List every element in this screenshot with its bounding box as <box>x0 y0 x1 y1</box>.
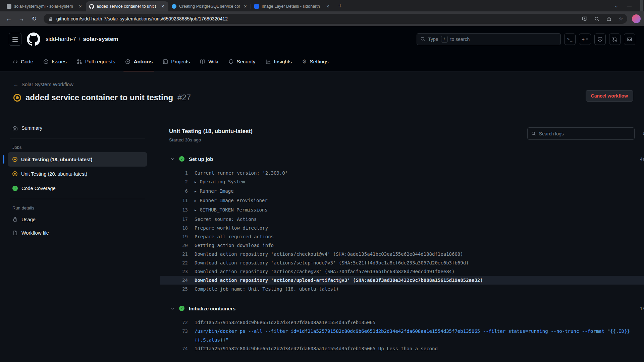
triangle-right-icon: ▶ <box>195 206 196 215</box>
log-line-number[interactable]: 18 <box>160 224 188 232</box>
sidebar-item-usage[interactable]: Usage <box>8 213 147 226</box>
nav-tab-security[interactable]: Security <box>223 52 261 71</box>
tab-list-chevron-icon[interactable]: ⌄ <box>614 3 618 8</box>
triangle-right-icon: ▶ <box>195 187 196 196</box>
log-settings-gear-icon[interactable]: ⚙ <box>642 130 644 138</box>
reload-icon[interactable]: ↻ <box>29 13 40 24</box>
browser-tab[interactable]: Creating PostgreSQL service con × <box>168 1 251 11</box>
divider <box>10 199 145 199</box>
back-icon[interactable]: ← <box>3 13 14 24</box>
nav-tab-insights[interactable]: Insights <box>261 52 297 71</box>
log-line: 18 Prepare workflow directory <box>160 224 644 232</box>
in-progress-icon <box>12 171 17 176</box>
log-line-number[interactable]: 21 <box>160 250 188 258</box>
triangle-right-icon: ▶ <box>195 178 196 186</box>
nav-tab-pull-requests[interactable]: Pull requests <box>72 52 120 71</box>
new-tab-button[interactable]: + <box>335 1 345 11</box>
global-search-input[interactable]: Type / to search <box>417 33 561 45</box>
log-section-header[interactable]: ✓ Initialize containers 13s <box>160 301 644 316</box>
tab-close-icon[interactable]: × <box>160 4 166 9</box>
log-line: 22 Download action repository 'actions/s… <box>160 258 644 267</box>
window-minimize-button[interactable]: — <box>627 3 632 8</box>
log-line-number[interactable]: 1 <box>160 169 188 177</box>
log-line: 17 Secret source: Actions <box>160 215 644 224</box>
code-icon <box>12 59 18 64</box>
nav-tab-code[interactable]: Code <box>7 52 38 71</box>
stopwatch-icon <box>12 217 18 222</box>
sidebar-job-unit-testing-18-ubuntu-latest-[interactable]: Unit Testing (18, ubuntu-latest) <box>8 152 147 167</box>
run-number: #27 <box>177 93 191 102</box>
page-favicon-icon <box>7 4 11 9</box>
log-line-number[interactable]: 74 <box>160 344 188 353</box>
workflow-breadcrumb-link[interactable]: ← Solar System Workflow <box>13 81 73 87</box>
projects-icon <box>163 59 168 64</box>
browser-tab[interactable]: solar-system.yml - solar-system × <box>3 1 86 11</box>
issue-opened-icon <box>597 37 603 42</box>
log-line-number[interactable]: 25 <box>160 285 188 293</box>
log-line: 2 ▶Operating System <box>160 177 644 187</box>
step-duration: 13s <box>640 306 644 311</box>
log-line-number[interactable]: 19 <box>160 232 188 241</box>
install-icon[interactable] <box>580 14 589 23</box>
tab-close-icon[interactable]: × <box>77 4 83 9</box>
log-line-number[interactable]: 20 <box>160 241 188 250</box>
nav-tab-issues[interactable]: Issues <box>38 52 72 71</box>
log-line-number[interactable]: 17 <box>160 215 188 224</box>
cancel-workflow-button[interactable]: Cancel workflow <box>586 90 633 102</box>
browser-tab[interactable]: Image Layer Details - siddharth × <box>251 1 333 11</box>
pull-requests-dashboard-button[interactable] <box>609 34 621 45</box>
log-line-number[interactable]: 6 <box>160 187 188 196</box>
tab-close-icon[interactable]: × <box>325 4 331 9</box>
search-logs-input[interactable] <box>539 131 631 136</box>
log-line-number[interactable]: 23 <box>160 267 188 276</box>
tab-title: Image Layer Details - siddharth <box>262 4 322 9</box>
browser-tab[interactable]: added service container to unit t × <box>86 1 168 11</box>
sidebar-job-code-coverage[interactable]: ✓ Code Coverage <box>8 181 147 195</box>
repo-owner-link[interactable]: sidd-harth-7 <box>46 36 76 43</box>
breadcrumb: sidd-harth-7 / solar-system <box>46 36 118 43</box>
chevron-down-icon <box>170 306 175 311</box>
log-line-number[interactable]: 22 <box>160 258 188 267</box>
search-icon <box>420 37 425 42</box>
github-logo-icon[interactable] <box>27 33 40 46</box>
forward-icon[interactable]: → <box>16 13 27 24</box>
address-bar[interactable]: github.com/sidd-harth-7/solar-system/act… <box>44 14 627 24</box>
create-new-button[interactable]: + <box>579 34 591 45</box>
browser-profile-avatar[interactable] <box>632 14 641 23</box>
share-icon[interactable] <box>604 14 613 23</box>
log-line-number[interactable]: 72 <box>160 318 188 327</box>
nav-tab-actions[interactable]: Actions <box>120 52 158 71</box>
sidebar-item-workflow-file[interactable]: Workflow file <box>8 226 147 240</box>
repo-nav: Code Issues Pull requests Actions Projec… <box>0 52 644 71</box>
log-line: 23 Download action repository 'actions/c… <box>160 267 644 276</box>
issues-dashboard-button[interactable] <box>594 34 606 45</box>
log-line: 21 Download action repository 'actions/c… <box>160 250 644 258</box>
github-favicon-icon <box>89 4 94 9</box>
nav-tab-wiki[interactable]: Wiki <box>195 52 223 71</box>
log-line-number[interactable]: 24 <box>160 276 188 285</box>
success-check-icon: ✓ <box>12 186 18 191</box>
docker-favicon-icon <box>254 4 259 9</box>
tab-close-icon[interactable]: × <box>243 4 248 9</box>
sidebar-job-unit-testing-20-ubuntu-latest-[interactable]: Unit Testing (20, ubuntu-latest) <box>8 167 147 181</box>
log-line-number[interactable]: 2 <box>160 177 188 187</box>
globe-favicon-icon <box>172 4 176 9</box>
command-palette-button[interactable]: >_ <box>564 34 576 45</box>
nav-tab-projects[interactable]: Projects <box>158 52 195 71</box>
zoom-icon[interactable] <box>592 14 601 23</box>
bookmark-star-icon[interactable]: ☆ <box>616 14 625 23</box>
log-line-number[interactable]: 13 <box>160 205 188 215</box>
log-line-number[interactable]: 11 <box>160 196 188 205</box>
run-title: added service container to unit testing <box>25 93 173 102</box>
log-line: 74 1df21a525791582c80dc9b6e651d2b2d34e42… <box>160 344 644 353</box>
inbox-button[interactable] <box>624 34 635 45</box>
sidebar-item-summary[interactable]: Summary <box>8 121 147 135</box>
chevron-down-icon <box>586 39 588 40</box>
log-line-number[interactable]: 73 <box>160 327 188 344</box>
log-section-header[interactable]: ✓ Set up job 4s <box>160 151 644 167</box>
nav-tab-settings[interactable]: ⚙ Settings <box>297 52 333 71</box>
inbox-icon <box>627 37 632 42</box>
repo-name-link[interactable]: solar-system <box>83 36 118 43</box>
window-control-partial[interactable] <box>640 0 643 11</box>
hamburger-menu-button[interactable] <box>9 33 21 46</box>
